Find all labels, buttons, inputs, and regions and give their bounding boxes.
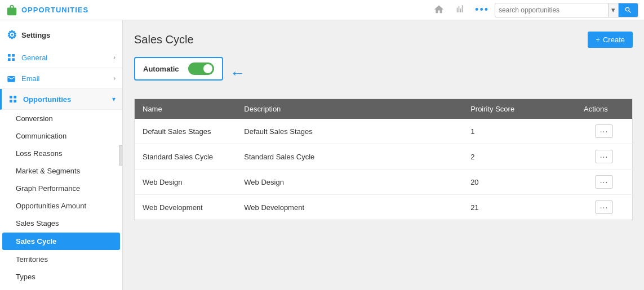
home-icon[interactable] (433, 4, 445, 16)
sidebar-item-types[interactable]: Types (0, 268, 122, 285)
email-arrow: › (113, 74, 116, 82)
loss-reasons-label: Loss Reasons (16, 149, 62, 158)
create-label: Create (603, 35, 625, 44)
cell-name-2: Web Design (135, 169, 237, 195)
sidebar: ⚙ Settings General › Email › (0, 20, 123, 290)
sidebar-item-territories[interactable]: Territories (0, 251, 122, 268)
app-logo: OPPORTUNITIES (6, 4, 88, 16)
sidebar-item-market-segments[interactable]: Market & Segments (0, 162, 122, 180)
svg-rect-3 (12, 58, 15, 61)
sidebar-item-opportunities-amount[interactable]: Opportunities Amount (0, 197, 122, 215)
cell-score-3: 21 (463, 195, 576, 220)
sidebar-item-sales-cycle[interactable]: Sales Cycle (2, 233, 120, 250)
cell-actions-0: ··· (576, 119, 632, 144)
territories-label: Territories (16, 255, 48, 264)
sidebar-collapse-button[interactable]: ‹ (119, 145, 123, 166)
chart-icon[interactable] (455, 4, 465, 16)
settings-label: Settings (21, 31, 50, 39)
layout: ⚙ Settings General › Email › (0, 20, 644, 290)
general-label: General (21, 53, 113, 62)
search-input[interactable] (495, 6, 608, 14)
sidebar-item-conversion[interactable]: Conversion (0, 110, 122, 127)
actions-button-2[interactable]: ··· (595, 175, 614, 189)
table-row: Default Sales Stages Default Sales Stage… (135, 119, 633, 144)
settings-header: ⚙ Settings (0, 20, 122, 47)
cell-name-3: Web Development (135, 195, 237, 220)
sales-stages-label: Sales Stages (16, 219, 59, 227)
market-segments-label: Market & Segments (16, 167, 80, 175)
svg-rect-1 (12, 54, 15, 57)
table-row: Standard Sales Cycle Standard Sales Cycl… (135, 144, 633, 169)
topbar: OPPORTUNITIES ••• ▾ (0, 0, 644, 20)
table-row: Web Development Web Development 21 ··· (135, 195, 633, 220)
toggle-knob (203, 64, 212, 73)
search-dropdown-button[interactable]: ▾ (608, 3, 619, 17)
conversion-label: Conversion (16, 114, 53, 123)
svg-rect-0 (8, 54, 11, 57)
sidebar-item-sales-stages[interactable]: Sales Stages (0, 215, 122, 232)
svg-rect-2 (8, 58, 11, 61)
column-header-priority-score: Proirity Score (463, 99, 576, 119)
cell-actions-1: ··· (576, 144, 632, 169)
data-table: Name Description Proirity Score Actions … (134, 99, 633, 220)
sidebar-item-graph-performance[interactable]: Graph Performance (0, 180, 122, 197)
sidebar-item-email[interactable]: Email › (0, 68, 122, 89)
page-header: Sales Cycle + Create (134, 32, 633, 48)
svg-rect-6 (10, 100, 12, 102)
cell-description-3: Web Development (236, 195, 463, 220)
email-icon (7, 73, 17, 83)
search-icon (624, 6, 632, 14)
cell-actions-3: ··· (576, 195, 632, 220)
svg-rect-7 (14, 100, 16, 102)
graph-performance-label: Graph Performance (16, 184, 80, 193)
cell-score-0: 1 (463, 119, 576, 144)
plus-icon: + (596, 35, 600, 44)
topbar-icons: ••• (433, 4, 489, 16)
cell-actions-2: ··· (576, 169, 632, 195)
opportunities-label: Opportunities (23, 95, 112, 104)
general-icon (7, 52, 17, 63)
sales-cycle-label: Sales Cycle (16, 237, 56, 246)
svg-rect-5 (14, 96, 16, 99)
sidebar-item-general[interactable]: General › (0, 47, 122, 68)
actions-button-1[interactable]: ··· (595, 150, 614, 163)
cell-description-1: Standard Sales Cycle (236, 144, 463, 169)
actions-button-3[interactable]: ··· (595, 200, 614, 214)
types-label: Types (16, 273, 35, 281)
svg-rect-4 (10, 96, 12, 99)
opportunities-icon (8, 94, 19, 104)
email-label: Email (21, 74, 113, 83)
column-header-description: Description (236, 99, 463, 119)
column-header-actions: Actions (576, 99, 632, 119)
table-header: Name Description Proirity Score Actions (135, 99, 633, 119)
toggle-track (188, 63, 214, 75)
search-container: ▾ (495, 3, 638, 17)
more-icon[interactable]: ••• (475, 4, 489, 16)
actions-button-0[interactable]: ··· (595, 124, 614, 138)
bag-icon (6, 4, 18, 16)
sidebar-item-loss-reasons[interactable]: Loss Reasons (0, 145, 122, 162)
arrow-indicator: ← (230, 64, 246, 82)
cell-name-0: Default Sales Stages (135, 119, 237, 144)
main-content: Sales Cycle + Create Automatic ← Name (123, 20, 644, 290)
sidebar-nav: General › Email › Opportunities ▾ Conver… (0, 47, 122, 290)
sidebar-item-communication[interactable]: Communication (0, 127, 122, 145)
table-body: Default Sales Stages Default Sales Stage… (135, 119, 633, 220)
sidebar-item-opportunities[interactable]: Opportunities ▾ (0, 89, 122, 110)
app-title: OPPORTUNITIES (21, 6, 88, 14)
automatic-toggle[interactable] (188, 63, 214, 75)
toggle-label: Automatic (143, 65, 179, 73)
table-row: Web Design Web Design 20 ··· (135, 169, 633, 195)
cell-score-2: 20 (463, 169, 576, 195)
cell-description-2: Web Design (236, 169, 463, 195)
communication-label: Communication (16, 132, 66, 140)
cell-description-0: Default Sales Stages (236, 119, 463, 144)
create-button[interactable]: + Create (588, 32, 633, 48)
chevron-down-icon: ▾ (611, 6, 615, 14)
page-title: Sales Cycle (134, 33, 194, 46)
toggle-section: Automatic (134, 57, 223, 81)
general-arrow: › (113, 53, 116, 61)
search-button[interactable] (619, 3, 638, 17)
opportunities-arrow: ▾ (112, 95, 116, 103)
column-header-name: Name (135, 99, 237, 119)
